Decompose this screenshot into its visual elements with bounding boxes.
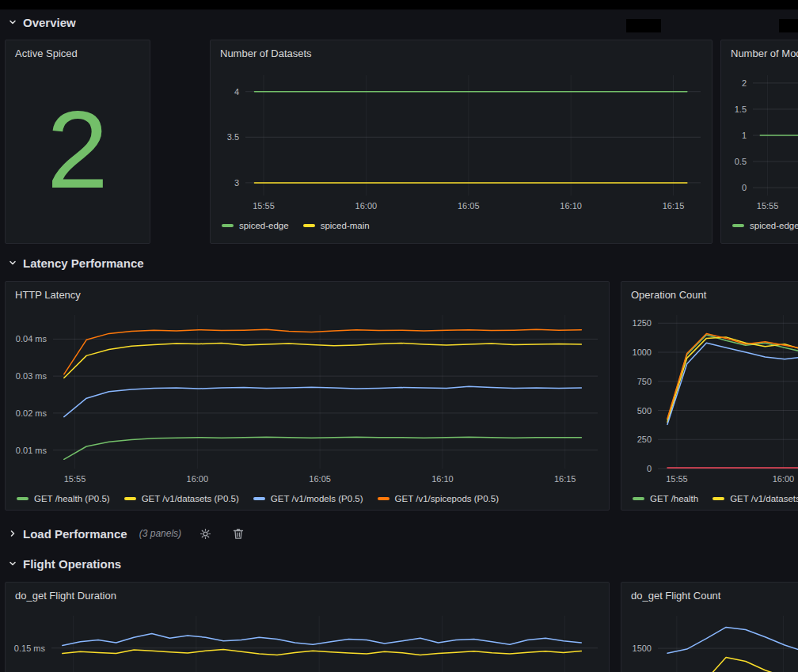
panel-title-text: Number of Datasets: [220, 47, 312, 59]
panel-title-operation-count[interactable]: Operation Count: [621, 282, 798, 307]
y-tick-label: 0.15 ms: [14, 644, 46, 653]
panel-title-datasets[interactable]: Number of Datasets: [211, 40, 712, 66]
series-line-fade2a: [667, 657, 798, 672]
y-tick-label: 750: [637, 377, 652, 386]
y-tick-label: 500: [637, 406, 652, 416]
y-tick-label: 0.03 ms: [16, 371, 48, 381]
x-tick-label: 16:05: [458, 201, 480, 211]
panel-title-active-spiced[interactable]: Active Spiced: [6, 40, 150, 66]
x-tick-label: 15:55: [64, 474, 86, 484]
panel-title-http-latency[interactable]: HTTP Latency: [6, 282, 609, 307]
chart-number-of-models[interactable]: 00.511.5215:5516:0016:0516:1016:15: [721, 66, 798, 216]
legend-datasets: spiced-edgespiced-main: [211, 216, 712, 230]
y-tick-label: 250: [637, 435, 652, 444]
chevron-down-icon: [8, 258, 17, 268]
x-tick-label: 16:10: [431, 474, 454, 484]
section-title: Latency Performance: [23, 256, 144, 270]
chart-flight-count[interactable]: 150015:5516:0016:0516:1016:15: [621, 608, 798, 672]
chevron-down-icon: [8, 559, 17, 568]
y-tick-label: 1500: [633, 644, 652, 653]
legend-label: GET /v1/datasets (P0.5): [142, 494, 239, 503]
legend-item[interactable]: GET /health: [633, 494, 698, 503]
panel-title-text: Operation Count: [631, 289, 706, 301]
series-line-get-v1-models-p0-5: [64, 386, 582, 416]
y-tick-label: 0: [742, 183, 747, 192]
chart-number-of-datasets[interactable]: 33.5415:5516:0016:0516:1016:15: [211, 66, 712, 216]
y-tick-label: 3.5: [227, 132, 239, 142]
panel-title-text: HTTP Latency: [15, 289, 81, 301]
section-header-overview[interactable]: Overview: [8, 13, 76, 32]
x-tick-label: 15:55: [757, 201, 779, 211]
legend-item[interactable]: GET /v1/datasets: [712, 494, 798, 503]
section-title: Load Performance: [23, 527, 127, 541]
y-tick-label: 1250: [633, 318, 652, 328]
legend-item[interactable]: GET /v1/datasets (P0.5): [124, 494, 239, 503]
legend-item[interactable]: spiced-main: [303, 221, 370, 230]
section-header-load[interactable]: Load Performance (3 panels): [8, 524, 244, 543]
series-line-get-health: [667, 335, 798, 420]
y-tick-label: 4: [234, 87, 239, 97]
chart-http-latency[interactable]: 0.01 ms0.02 ms0.03 ms0.04 ms15:5516:0016…: [6, 307, 607, 489]
legend-swatch-icon: [712, 497, 724, 500]
legend-swatch-icon: [253, 497, 265, 500]
x-tick-label: 15:55: [666, 474, 688, 484]
panel-flight-count: do_get Flight Count 150015:5516:0016:051…: [621, 582, 798, 672]
panel-title-text: Number of Models: [731, 47, 798, 59]
series-line-8ab8ff: [63, 634, 582, 646]
y-tick-label: 1000: [633, 347, 652, 357]
panel-number-of-models: Number of Models 00.511.5215:5516:0016:0…: [720, 40, 798, 244]
y-tick-label: 1.5: [735, 104, 747, 114]
chart-operation-count[interactable]: 02505007501000125015:5516:0016:0516:1016…: [621, 307, 798, 489]
series-line-fade2a: [63, 650, 582, 655]
y-tick-label: 0.04 ms: [16, 334, 48, 344]
legend-item[interactable]: GET /v1/spicepods (P0.5): [378, 494, 499, 503]
legend-item[interactable]: GET /health (P0.5): [17, 494, 110, 503]
legend-swatch-icon: [222, 224, 234, 227]
panel-title-models[interactable]: Number of Models: [721, 40, 798, 66]
panel-title-text: do_get Flight Count: [631, 590, 720, 602]
section-title: Overview: [23, 16, 76, 29]
black-box-right: [779, 19, 798, 32]
legend-label: spiced-edge: [239, 221, 289, 230]
chart-flight-duration[interactable]: 0.15 ms15:5516:0016:0516:1016:15: [6, 608, 607, 672]
y-tick-label: 3: [234, 178, 239, 188]
x-tick-label: 16:05: [309, 474, 331, 484]
legend-swatch-icon: [378, 497, 390, 500]
panel-title-text: do_get Flight Duration: [15, 590, 116, 602]
section-header-latency[interactable]: Latency Performance: [8, 253, 144, 272]
legend-label: GET /v1/models (P0.5): [271, 494, 363, 503]
gear-icon[interactable]: [200, 528, 211, 540]
x-tick-label: 16:00: [187, 474, 209, 484]
section-panels-count: (3 panels): [139, 528, 181, 539]
y-tick-label: 2: [742, 78, 747, 88]
legend-swatch-icon: [303, 224, 315, 227]
legend-swatch-icon: [732, 224, 744, 227]
panel-title-text: Active Spiced: [15, 47, 78, 59]
chevron-down-icon: [8, 17, 17, 27]
legend-operation-count: GET /healthGET /v1/datasetsGET /v1/model…: [621, 489, 798, 503]
x-tick-label: 16:00: [773, 474, 795, 484]
y-tick-label: 0.01 ms: [16, 446, 48, 455]
series-line-get-health-p0-5: [64, 437, 582, 459]
y-tick-label: 1: [742, 131, 747, 140]
legend-item[interactable]: spiced-edge: [732, 221, 798, 230]
x-tick-label: 16:15: [663, 201, 685, 211]
legend-item[interactable]: spiced-edge: [222, 221, 289, 230]
x-tick-label: 16:10: [560, 201, 582, 211]
legend-swatch-icon: [17, 497, 28, 500]
panel-http-latency: HTTP Latency 0.01 ms0.02 ms0.03 ms0.04 m…: [5, 281, 610, 511]
y-tick-label: 0.02 ms: [16, 408, 48, 418]
panel-title-flight-duration[interactable]: do_get Flight Duration: [6, 583, 609, 608]
legend-swatch-icon: [124, 497, 136, 500]
legend-swatch-icon: [633, 497, 644, 500]
legend-item[interactable]: GET /v1/models (P0.5): [253, 494, 363, 503]
section-title: Flight Operations: [23, 557, 121, 571]
panel-title-flight-count[interactable]: do_get Flight Count: [621, 583, 798, 608]
x-tick-label: 16:00: [355, 201, 378, 211]
legend-label: GET /health (P0.5): [34, 494, 110, 503]
section-header-flight[interactable]: Flight Operations: [8, 554, 121, 573]
panel-number-of-datasets: Number of Datasets 33.5415:5516:0016:051…: [210, 40, 712, 244]
trash-icon[interactable]: [233, 528, 244, 540]
x-tick-label: 15:55: [253, 201, 275, 211]
chevron-right-icon: [8, 529, 17, 538]
